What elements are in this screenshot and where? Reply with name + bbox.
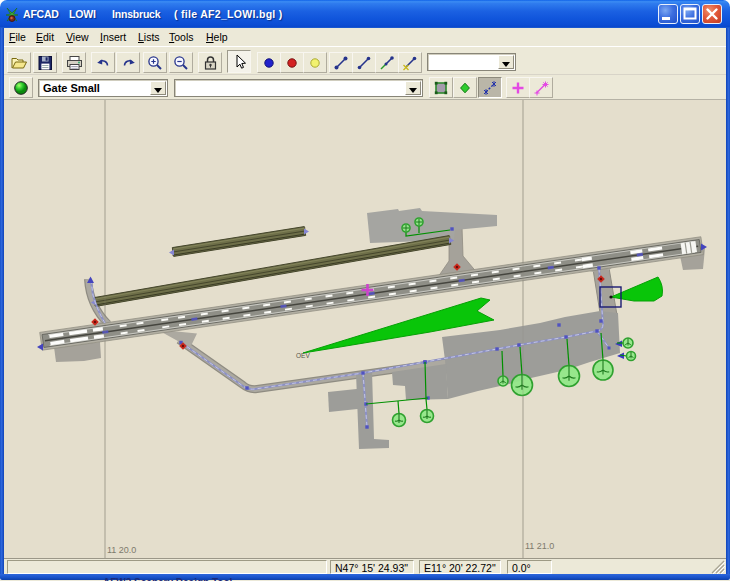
svg-text:OEV: OEV	[296, 352, 310, 359]
